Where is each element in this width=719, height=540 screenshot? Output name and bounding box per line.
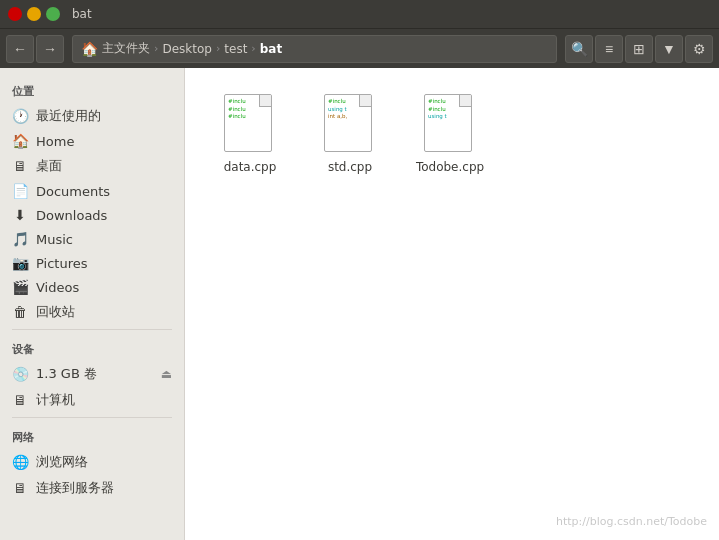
close-button[interactable] — [8, 7, 22, 21]
breadcrumb-test[interactable]: test — [224, 42, 247, 56]
volume-icon: 💿 — [12, 366, 28, 382]
file-area: #inclu #inclu #inclu data.cpp #inclu — [185, 68, 719, 540]
breadcrumb-desktop[interactable]: Desktop — [162, 42, 212, 56]
home-sidebar-icon: 🏠 — [12, 133, 28, 149]
grid-view-button[interactable]: ⊞ — [625, 35, 653, 63]
eject-icon[interactable]: ⏏ — [161, 367, 172, 381]
nav-buttons: ← → — [6, 35, 64, 63]
file-grid: #inclu #inclu #inclu data.cpp #inclu — [205, 88, 699, 180]
file-item-data-cpp[interactable]: #inclu #inclu #inclu data.cpp — [205, 88, 295, 180]
sidebar-item-home[interactable]: 🏠 Home — [0, 129, 184, 153]
sidebar-label-browse-network: 浏览网络 — [36, 453, 172, 471]
file-page: #inclu #inclu using t — [424, 94, 472, 152]
file-icon-data-cpp: #inclu #inclu #inclu — [224, 94, 276, 156]
file-corner — [459, 95, 471, 107]
videos-icon: 🎬 — [12, 279, 28, 295]
sidebar-item-videos[interactable]: 🎬 Videos — [0, 275, 184, 299]
maximize-button[interactable] — [46, 7, 60, 21]
sidebar-label-home: Home — [36, 134, 172, 149]
search-button[interactable]: 🔍 — [565, 35, 593, 63]
divider-2 — [12, 417, 172, 418]
list-view-button[interactable]: ≡ — [595, 35, 623, 63]
forward-button[interactable]: → — [36, 35, 64, 63]
main-area: 位置 🕐 最近使用的 🏠 Home 🖥 桌面 📄 Documents ⬇ Dow… — [0, 68, 719, 540]
sidebar: 位置 🕐 最近使用的 🏠 Home 🖥 桌面 📄 Documents ⬇ Dow… — [0, 68, 185, 540]
documents-icon: 📄 — [12, 183, 28, 199]
breadcrumb-bat[interactable]: bat — [260, 42, 282, 56]
file-corner — [259, 95, 271, 107]
sidebar-item-downloads[interactable]: ⬇ Downloads — [0, 203, 184, 227]
window-controls — [8, 7, 60, 21]
connect-server-icon: 🖥 — [12, 480, 28, 496]
music-icon: 🎵 — [12, 231, 28, 247]
sidebar-item-trash[interactable]: 🗑 回收站 — [0, 299, 184, 325]
sidebar-label-pictures: Pictures — [36, 256, 172, 271]
file-item-std-cpp[interactable]: #inclu using t int a,b, std.cpp — [305, 88, 395, 180]
sidebar-label-downloads: Downloads — [36, 208, 172, 223]
titlebar: bat — [0, 0, 719, 28]
sidebar-item-music[interactable]: 🎵 Music — [0, 227, 184, 251]
file-name-todobe-cpp: Todobe.cpp — [416, 160, 484, 174]
sidebar-label-volume: 1.3 GB 卷 — [36, 365, 153, 383]
sidebar-label-music: Music — [36, 232, 172, 247]
sidebar-label-recent: 最近使用的 — [36, 107, 172, 125]
breadcrumb-sep-1: › — [154, 42, 158, 55]
breadcrumb-home-label[interactable]: 主文件夹 — [102, 40, 150, 57]
places-section-title: 位置 — [0, 76, 184, 103]
sidebar-label-videos: Videos — [36, 280, 172, 295]
recent-icon: 🕐 — [12, 108, 28, 124]
devices-section-title: 设备 — [0, 334, 184, 361]
breadcrumb-bar: 🏠 主文件夹 › Desktop › test › bat — [72, 35, 557, 63]
sidebar-label-computer: 计算机 — [36, 391, 172, 409]
trash-icon: 🗑 — [12, 304, 28, 320]
network-section-title: 网络 — [0, 422, 184, 449]
sidebar-item-volume[interactable]: 💿 1.3 GB 卷 ⏏ — [0, 361, 184, 387]
file-name-std-cpp: std.cpp — [328, 160, 372, 174]
toolbar: ← → 🏠 主文件夹 › Desktop › test › bat 🔍 ≡ ⊞ … — [0, 28, 719, 68]
breadcrumb-sep-2: › — [216, 42, 220, 55]
window-title: bat — [72, 7, 92, 21]
sort-button[interactable]: ▼ — [655, 35, 683, 63]
back-button[interactable]: ← — [6, 35, 34, 63]
file-icon-todobe-cpp: #inclu #inclu using t — [424, 94, 476, 156]
file-corner — [359, 95, 371, 107]
file-name-data-cpp: data.cpp — [224, 160, 277, 174]
browse-network-icon: 🌐 — [12, 454, 28, 470]
settings-button[interactable]: ⚙ — [685, 35, 713, 63]
file-icon-std-cpp: #inclu using t int a,b, — [324, 94, 376, 156]
watermark: http://blog.csdn.net/Todobe — [556, 515, 707, 528]
divider-1 — [12, 329, 172, 330]
computer-icon: 🖥 — [12, 392, 28, 408]
file-item-todobe-cpp[interactable]: #inclu #inclu using t Todobe.cpp — [405, 88, 495, 180]
sidebar-label-documents: Documents — [36, 184, 172, 199]
downloads-icon: ⬇ — [12, 207, 28, 223]
sidebar-item-computer[interactable]: 🖥 计算机 — [0, 387, 184, 413]
sidebar-item-connect-server[interactable]: 🖥 连接到服务器 — [0, 475, 184, 501]
file-page: #inclu using t int a,b, — [324, 94, 372, 152]
toolbar-actions: 🔍 ≡ ⊞ ▼ ⚙ — [565, 35, 713, 63]
sidebar-label-connect-server: 连接到服务器 — [36, 479, 172, 497]
sidebar-label-trash: 回收站 — [36, 303, 172, 321]
sidebar-item-browse-network[interactable]: 🌐 浏览网络 — [0, 449, 184, 475]
minimize-button[interactable] — [27, 7, 41, 21]
sidebar-item-recent[interactable]: 🕐 最近使用的 — [0, 103, 184, 129]
breadcrumb-sep-3: › — [251, 42, 255, 55]
sidebar-item-documents[interactable]: 📄 Documents — [0, 179, 184, 203]
file-page: #inclu #inclu #inclu — [224, 94, 272, 152]
pictures-icon: 📷 — [12, 255, 28, 271]
sidebar-item-pictures[interactable]: 📷 Pictures — [0, 251, 184, 275]
sidebar-label-desktop: 桌面 — [36, 157, 172, 175]
home-icon: 🏠 — [81, 41, 98, 57]
sidebar-item-desktop[interactable]: 🖥 桌面 — [0, 153, 184, 179]
desktop-icon: 🖥 — [12, 158, 28, 174]
